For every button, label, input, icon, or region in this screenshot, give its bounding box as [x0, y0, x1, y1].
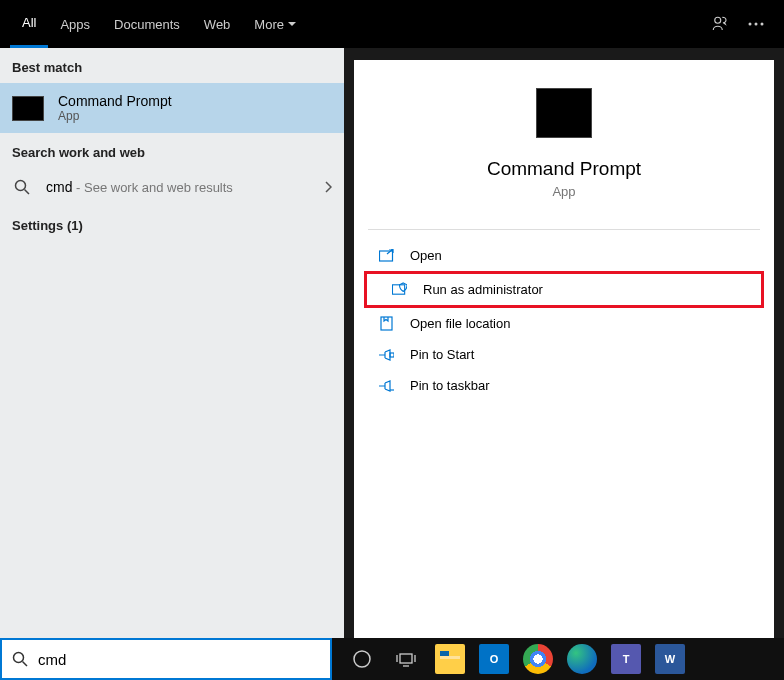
action-open-label: Open	[410, 248, 442, 263]
results-panel: Best match Command Prompt App Search wor…	[0, 48, 344, 638]
svg-point-3	[761, 23, 764, 26]
settings-group[interactable]: Settings (1)	[0, 206, 344, 245]
action-open[interactable]: Open	[354, 240, 774, 271]
search-web-label: Search work and web	[0, 133, 344, 168]
preview-panel: Command Prompt App Open Run as administr…	[354, 60, 774, 638]
search-input[interactable]	[38, 651, 320, 668]
action-pin-start[interactable]: Pin to Start	[354, 339, 774, 370]
best-match-result[interactable]: Command Prompt App	[0, 83, 344, 133]
taskbar-app-chrome[interactable]	[516, 638, 560, 680]
svg-point-4	[16, 181, 26, 191]
web-hint: - See work and web results	[72, 180, 232, 195]
action-run-admin-label: Run as administrator	[423, 282, 543, 297]
tab-more-label: More	[254, 17, 284, 32]
action-open-location[interactable]: Open file location	[354, 308, 774, 339]
svg-rect-19	[440, 651, 449, 656]
taskbar-app-word[interactable]: W	[648, 638, 692, 680]
svg-point-11	[14, 653, 24, 663]
tab-all[interactable]: All	[10, 0, 48, 48]
preview-app-icon	[536, 88, 592, 138]
svg-rect-9	[390, 353, 394, 357]
shield-icon	[391, 282, 407, 297]
chevron-right-icon	[324, 181, 332, 193]
search-tab-bar: All Apps Documents Web More	[0, 0, 784, 48]
highlight-box: Run as administrator	[364, 271, 764, 308]
feedback-icon[interactable]	[702, 0, 738, 48]
svg-rect-14	[400, 654, 412, 663]
open-icon	[378, 249, 394, 262]
taskbar-app-outlook[interactable]: O	[472, 638, 516, 680]
svg-line-5	[25, 190, 30, 195]
action-pin-start-label: Pin to Start	[410, 347, 474, 362]
best-match-type: App	[58, 109, 172, 123]
web-result[interactable]: cmd - See work and web results	[0, 168, 344, 206]
web-result-text: cmd - See work and web results	[46, 178, 233, 196]
svg-point-0	[715, 17, 721, 23]
chevron-down-icon	[288, 22, 296, 27]
taskbar-app-teams[interactable]: T	[604, 638, 648, 680]
more-options-icon[interactable]	[738, 0, 774, 48]
taskbar-app-edge[interactable]	[560, 638, 604, 680]
taskbar-app-explorer[interactable]	[428, 638, 472, 680]
search-icon	[12, 651, 28, 667]
svg-rect-20	[440, 656, 460, 659]
svg-rect-8	[381, 317, 392, 330]
action-pin-taskbar-label: Pin to taskbar	[410, 378, 490, 393]
cortana-icon[interactable]	[340, 638, 384, 680]
svg-point-2	[755, 23, 758, 26]
web-term: cmd	[46, 179, 72, 195]
best-match-label: Best match	[0, 48, 344, 83]
action-open-location-label: Open file location	[410, 316, 510, 331]
tab-web[interactable]: Web	[192, 0, 243, 48]
folder-icon	[378, 316, 394, 331]
svg-rect-6	[379, 251, 392, 261]
preview-title: Command Prompt	[487, 158, 641, 180]
cmd-thumbnail-icon	[12, 96, 44, 121]
pin-start-icon	[378, 348, 394, 361]
action-pin-taskbar[interactable]: Pin to taskbar	[354, 370, 774, 401]
svg-point-1	[749, 23, 752, 26]
best-match-name: Command Prompt	[58, 93, 172, 109]
action-run-admin[interactable]: Run as administrator	[367, 274, 761, 305]
best-match-text: Command Prompt App	[58, 93, 172, 123]
taskview-icon[interactable]	[384, 638, 428, 680]
svg-rect-7	[392, 285, 404, 294]
taskbar: O T W	[0, 638, 784, 680]
pin-taskbar-icon	[378, 379, 394, 392]
tab-documents[interactable]: Documents	[102, 0, 192, 48]
svg-point-13	[354, 651, 370, 667]
divider	[368, 229, 760, 230]
tab-more[interactable]: More	[242, 0, 308, 48]
search-box[interactable]	[0, 638, 332, 680]
search-icon	[12, 179, 32, 195]
tab-apps[interactable]: Apps	[48, 0, 102, 48]
svg-line-12	[23, 662, 28, 667]
preview-type: App	[552, 184, 575, 199]
